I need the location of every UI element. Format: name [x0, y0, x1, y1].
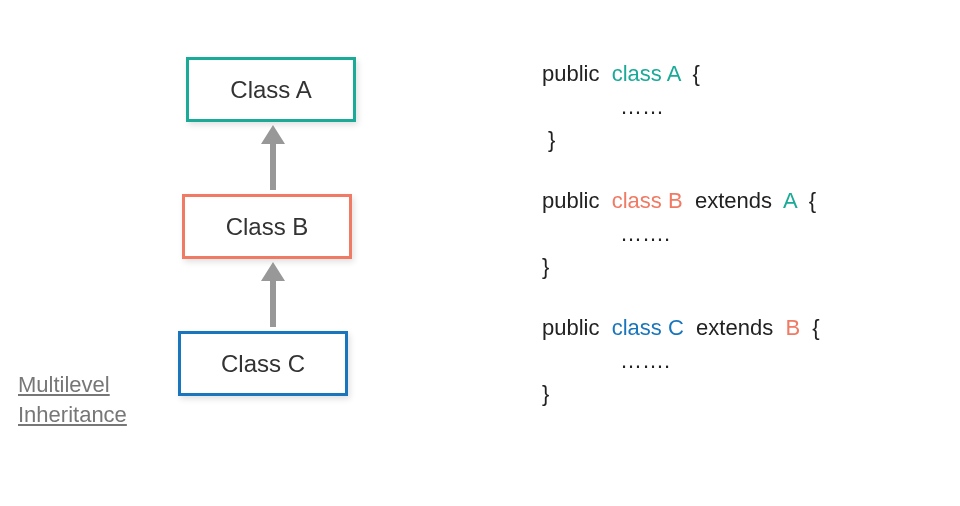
code-class-b: public class B extends A { ……. } [542, 184, 820, 283]
brace-open: { [812, 315, 819, 340]
class-c-label: Class C [221, 350, 305, 378]
class-decl-c: class C [612, 315, 684, 340]
caption-line1: Multilevel [18, 372, 110, 397]
parent-b: B [785, 315, 800, 340]
code-body: …… [542, 90, 820, 123]
kw-public: public [542, 315, 599, 340]
class-c-box: Class C [178, 331, 348, 396]
svg-marker-0 [261, 125, 285, 190]
code-line: public class A { [542, 57, 820, 90]
brace-close: } [542, 123, 820, 156]
class-a-box: Class A [186, 57, 356, 122]
brace-open: { [692, 61, 699, 86]
code-line: public class B extends A { [542, 184, 820, 217]
arrow-up-icon [258, 122, 288, 194]
caption-line2: Inheritance [18, 402, 127, 427]
arrow-up-icon [258, 259, 288, 331]
code-line: public class C extends B { [542, 311, 820, 344]
code-body: ……. [542, 217, 820, 250]
code-class-a: public class A { …… } [542, 57, 820, 156]
class-decl-a: class A [612, 61, 680, 86]
parent-a: A [783, 188, 796, 213]
arrow-b-to-a [178, 122, 368, 194]
svg-marker-1 [261, 262, 285, 327]
code-snippets: public class A { …… } public class B ext… [542, 57, 820, 438]
arrow-c-to-b [178, 259, 368, 331]
class-b-box: Class B [182, 194, 352, 259]
class-decl-b: class B [612, 188, 683, 213]
code-class-c: public class C extends B { ……. } [542, 311, 820, 410]
kw-public: public [542, 61, 599, 86]
brace-close: } [542, 377, 820, 410]
inheritance-diagram: Class A Class B Class C [178, 57, 368, 396]
brace-close: } [542, 250, 820, 283]
kw-extends: extends [696, 315, 773, 340]
brace-open: { [809, 188, 816, 213]
kw-extends: extends [695, 188, 772, 213]
code-body: ……. [542, 344, 820, 377]
class-b-label: Class B [226, 213, 309, 241]
kw-public: public [542, 188, 599, 213]
diagram-caption: Multilevel Inheritance [18, 370, 127, 429]
class-a-label: Class A [230, 76, 311, 104]
